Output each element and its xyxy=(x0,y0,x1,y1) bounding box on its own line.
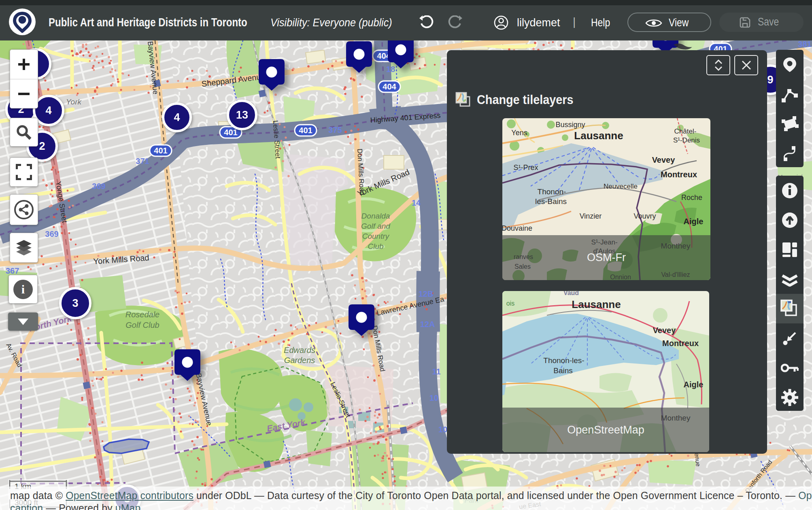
svg-text:Lausanne: Lausanne xyxy=(572,298,621,310)
svg-text:Aigle: Aigle xyxy=(684,380,704,389)
svg-text:11: 11 xyxy=(432,367,440,376)
svg-text:Vaud: Vaud xyxy=(563,291,579,296)
svg-text:10: 10 xyxy=(438,425,447,434)
svg-text:18: 18 xyxy=(386,65,395,74)
svg-text:Golf and: Golf and xyxy=(361,222,391,230)
svg-text:369: 369 xyxy=(92,182,105,191)
svg-text:Vevey: Vevey xyxy=(652,155,676,164)
svg-text:12A: 12A xyxy=(420,320,435,329)
svg-text:S¹-Denis: S¹-Denis xyxy=(673,136,700,144)
svg-text:369: 369 xyxy=(45,230,58,238)
svg-text:401: 401 xyxy=(224,128,237,137)
svg-text:S¹-Prex: S¹-Prex xyxy=(513,164,538,172)
svg-text:12B: 12B xyxy=(419,289,434,298)
svg-text:371: 371 xyxy=(136,157,149,166)
svg-text:Club: Club xyxy=(368,242,383,251)
svg-text:Châtel-: Châtel- xyxy=(674,128,697,135)
svg-text:Edwards: Edwards xyxy=(284,346,315,355)
svg-text:Thonon-les-: Thonon-les- xyxy=(543,356,584,365)
svg-text:367: 367 xyxy=(6,266,19,275)
svg-text:Roche: Roche xyxy=(681,193,702,202)
svg-text:Bains: Bains xyxy=(553,366,573,375)
svg-text:les-Bains: les-Bains xyxy=(535,197,567,206)
svg-text:Vinzier: Vinzier xyxy=(580,212,602,220)
svg-text:Donalda: Donalda xyxy=(361,212,390,220)
svg-text:404: 404 xyxy=(383,82,396,91)
svg-text:Aigle: Aigle xyxy=(684,217,704,226)
svg-text:Vevey: Vevey xyxy=(653,326,676,335)
svg-text:Gardens: Gardens xyxy=(284,356,315,365)
svg-text:Montreux: Montreux xyxy=(661,170,697,179)
svg-text:401: 401 xyxy=(299,126,312,135)
svg-text:14: 14 xyxy=(412,198,421,207)
svg-text:Country: Country xyxy=(362,232,390,240)
svg-text:Lausanne: Lausanne xyxy=(574,130,623,142)
svg-text:Montreux: Montreux xyxy=(662,339,699,348)
svg-text:Yens: Yens xyxy=(511,129,527,137)
svg-text:Bussigny: Bussigny xyxy=(555,121,585,129)
svg-text:Golf Club: Golf Club xyxy=(125,321,159,329)
svg-text:ois: ois xyxy=(506,300,514,307)
svg-text:401: 401 xyxy=(154,146,167,155)
svg-text:Thonon-: Thonon- xyxy=(538,187,566,196)
svg-text:Rosedale: Rosedale xyxy=(125,310,160,319)
svg-text:10: 10 xyxy=(429,393,438,402)
svg-text:Douvaine: Douvaine xyxy=(502,224,532,232)
svg-text:Neuvecelle: Neuvecelle xyxy=(604,183,638,190)
svg-text:Vouvry: Vouvry xyxy=(633,212,656,220)
svg-text:375: 375 xyxy=(328,125,342,134)
svg-text:381: 381 xyxy=(798,40,811,49)
svg-text:York: York xyxy=(66,98,82,106)
